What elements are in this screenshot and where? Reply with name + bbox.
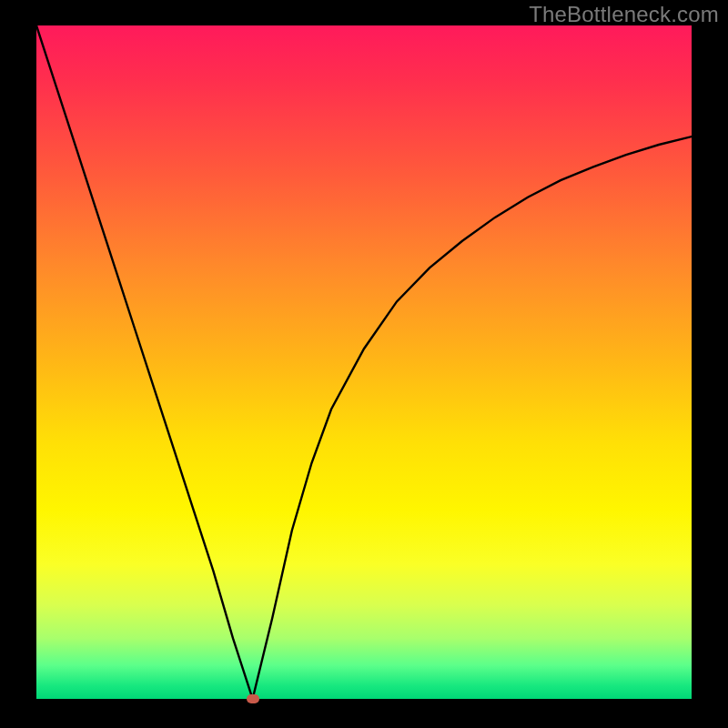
watermark-text: TheBottleneck.com xyxy=(529,2,719,27)
bottleneck-curve-path xyxy=(36,25,692,699)
chart-container: TheBottleneck.com xyxy=(0,0,728,728)
bottleneck-curve-svg xyxy=(36,25,692,699)
optimum-marker xyxy=(247,694,259,703)
